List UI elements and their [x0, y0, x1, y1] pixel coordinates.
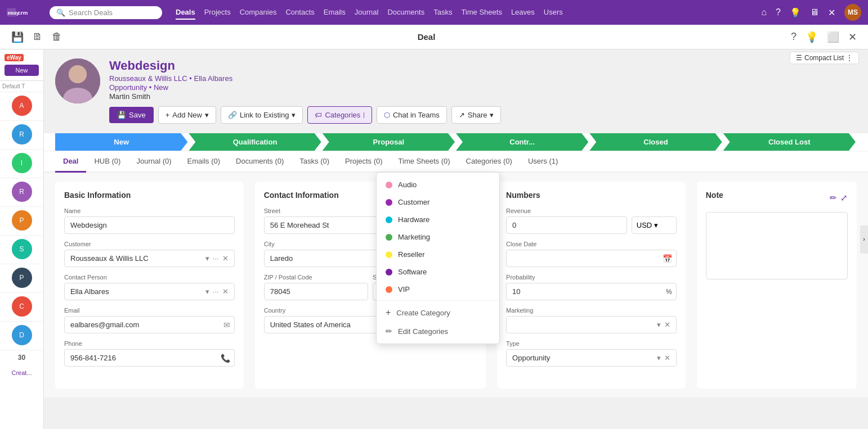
tab-journal[interactable]: Journal (0)	[128, 151, 179, 173]
nav-link-tasks[interactable]: Tasks	[433, 6, 452, 20]
sidebar-item-3[interactable]: I	[0, 150, 43, 178]
type-label: Type	[506, 340, 677, 347]
floppy-button[interactable]: 🗎	[30, 29, 45, 45]
type-clear-icon[interactable]: ✕	[664, 354, 670, 362]
sidebar-top: eWay New	[0, 49, 43, 81]
close-panel-button[interactable]: ✕	[846, 29, 859, 46]
question-icon[interactable]: ?	[776, 7, 781, 17]
link-to-existing-button[interactable]: 🔗 Link to Existing ▾	[221, 106, 303, 124]
tab-deal[interactable]: Deal	[55, 151, 86, 173]
customer-dots-icon[interactable]: ···	[213, 254, 219, 263]
new-button[interactable]: New	[5, 65, 39, 76]
currency-select[interactable]: USD ▾	[632, 216, 677, 234]
category-marketing[interactable]: Marketing	[377, 228, 499, 246]
compact-list-button[interactable]: ☰ Compact List ⋮	[790, 52, 859, 64]
note-expand-button[interactable]: ⤢	[840, 193, 848, 203]
phone-input[interactable]	[64, 349, 235, 367]
marketing-clear-icon[interactable]: ✕	[664, 320, 670, 329]
share-button[interactable]: ↗ Share ▾	[451, 106, 502, 124]
probability-input[interactable]	[506, 283, 677, 300]
sidebar-item-8[interactable]: C	[0, 293, 43, 322]
category-customer[interactable]: Customer	[377, 193, 499, 211]
nav-link-companies[interactable]: Companies	[240, 6, 277, 20]
category-audio[interactable]: Audio	[377, 176, 499, 193]
pipeline-step-qualification[interactable]: Qualification	[189, 133, 321, 151]
phone-label: Phone	[64, 340, 235, 347]
sidebar-item-9[interactable]: D	[0, 322, 43, 350]
categories-button[interactable]: 🏷 Categories |	[307, 106, 372, 124]
tab-projects[interactable]: Projects (0)	[337, 151, 390, 173]
customer-clear-icon[interactable]: ✕	[222, 254, 229, 263]
pipeline-step-contract[interactable]: Contr...	[456, 133, 588, 151]
pipeline-step-closed[interactable]: Closed	[589, 133, 722, 151]
contact-select[interactable]: Ella Albares ▾ ··· ✕	[64, 283, 235, 300]
lightbulb-icon[interactable]: 💡	[790, 7, 801, 18]
nav-link-journal[interactable]: Journal	[355, 6, 379, 20]
pipeline-step-closedlost[interactable]: Closed Lost	[723, 133, 856, 151]
close-date-input[interactable]	[506, 250, 677, 267]
home-icon[interactable]: ⌂	[761, 7, 767, 17]
customer-select[interactable]: Rousseaux & Willis LLC ▾ ··· ✕	[64, 250, 235, 267]
nav-link-documents[interactable]: Documents	[387, 6, 424, 20]
contact-clear-icon[interactable]: ✕	[222, 287, 229, 296]
zip-input[interactable]	[264, 283, 368, 300]
type-select[interactable]: Opportunity ▾ ✕	[506, 349, 677, 367]
contact-group: Contact Person Ella Albares ▾ ··· ✕	[64, 274, 235, 300]
nav-link-emails[interactable]: Emails	[324, 6, 346, 20]
category-reseller[interactable]: Reseller	[377, 246, 499, 263]
category-software[interactable]: Software	[377, 263, 499, 281]
save-toolbar-button[interactable]: 💾	[9, 29, 26, 46]
marketing-select[interactable]: ▾ ✕	[506, 316, 677, 333]
expand-panel-arrow[interactable]: ›	[860, 225, 868, 254]
monitor-icon[interactable]: 🖥	[810, 7, 819, 17]
tab-documents[interactable]: Documents (0)	[228, 151, 292, 173]
tab-tasks[interactable]: Tasks (0)	[292, 151, 337, 173]
sidebar-item-7[interactable]: P	[0, 264, 43, 293]
help-icon[interactable]: ?	[789, 29, 799, 45]
sidebar-item-1[interactable]: A	[0, 92, 43, 121]
save-button[interactable]: 💾 Save	[109, 107, 154, 123]
tab-timesheets[interactable]: Time Sheets (0)	[391, 151, 458, 173]
category-vip[interactable]: VIP	[377, 281, 499, 298]
sidebar-item-4[interactable]: R	[0, 178, 43, 207]
chat-in-teams-button[interactable]: ⬡ Chat in Teams	[377, 106, 447, 124]
email-input[interactable]	[64, 316, 235, 333]
create-bottom[interactable]: Creat...	[0, 365, 43, 380]
add-new-button[interactable]: + Add New ▾	[158, 106, 216, 124]
sidebar-item-5[interactable]: P	[0, 207, 43, 236]
tab-hub[interactable]: HUB (0)	[86, 151, 128, 173]
tab-categories[interactable]: Categories (0)	[458, 151, 520, 173]
nav-link-timesheets[interactable]: Time Sheets	[461, 6, 502, 20]
email-input-wrapper: ✉	[64, 316, 235, 333]
revenue-input[interactable]	[506, 216, 627, 234]
sidebar: eWay New Default T A R I R P S P C D	[0, 49, 44, 429]
nav-link-projects[interactable]: Projects	[204, 6, 231, 20]
secondary-toolbar: 💾 🗎 🗑 Deal ? 💡 ⬜ ✕	[0, 25, 868, 49]
nav-link-leaves[interactable]: Leaves	[511, 6, 535, 20]
compact-list-menu-icon: ⋮	[846, 54, 853, 62]
nav-link-deals[interactable]: Deals	[176, 6, 195, 20]
tab-users[interactable]: Users (1)	[520, 151, 566, 173]
maximize-button[interactable]: ⬜	[825, 29, 842, 46]
logo[interactable]: eway crm	[7, 6, 41, 19]
create-category-item[interactable]: + Create Category	[377, 303, 499, 322]
search-bar[interactable]: 🔍 Search Deals	[50, 6, 162, 19]
close-nav-icon[interactable]: ✕	[828, 7, 835, 18]
user-avatar[interactable]: MS	[844, 4, 861, 21]
pipeline-step-proposal[interactable]: Proposal	[323, 133, 455, 151]
sidebar-item-2[interactable]: R	[0, 121, 43, 150]
category-hardware[interactable]: Hardware	[377, 211, 499, 228]
note-textarea[interactable]	[706, 212, 848, 279]
nav-link-users[interactable]: Users	[544, 6, 563, 20]
trash-button[interactable]: 🗑	[50, 29, 64, 45]
tab-emails[interactable]: Emails (0)	[180, 151, 229, 173]
pipeline-step-new[interactable]: New	[55, 133, 187, 151]
name-input[interactable]	[64, 216, 235, 234]
edit-categories-item[interactable]: ✏ Edit Categories	[377, 322, 499, 340]
bulb-icon[interactable]: 💡	[803, 29, 820, 46]
chevron-down-icon: ▾	[205, 111, 209, 119]
nav-link-contacts[interactable]: Contacts	[285, 6, 314, 20]
sidebar-item-6[interactable]: S	[0, 236, 43, 264]
contact-dots-icon[interactable]: ···	[213, 287, 219, 296]
note-edit-button[interactable]: ✏	[830, 193, 837, 203]
